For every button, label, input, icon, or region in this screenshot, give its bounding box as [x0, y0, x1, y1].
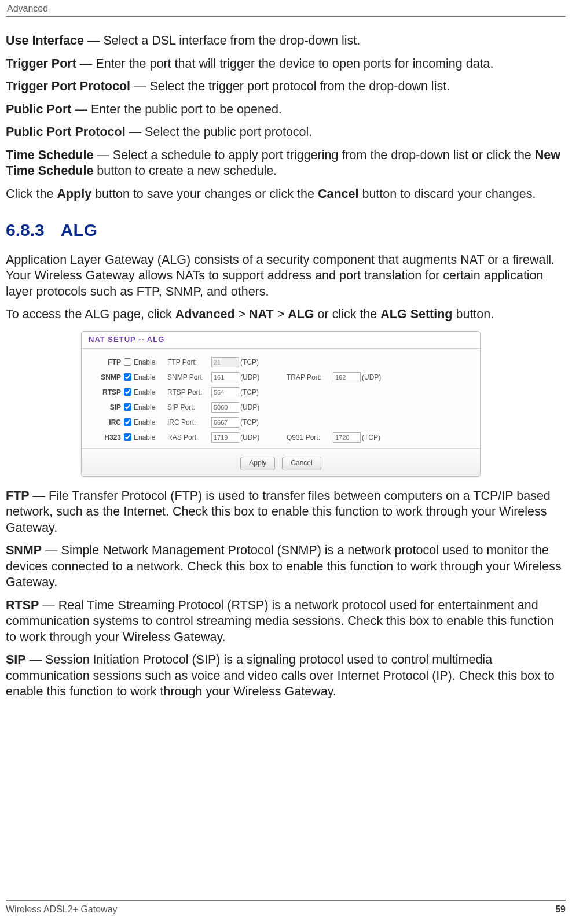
snmp-label: SNMP: [89, 373, 121, 382]
alg-row-snmp: SNMP Enable SNMP Port: (UDP) TRAP Port: …: [89, 370, 473, 385]
footer-page-number: 59: [555, 904, 566, 915]
alg-panel: NAT SETUP -- ALG FTP Enable FTP Port: (T…: [81, 331, 481, 477]
def-public-port-protocol: Public Port Protocol — Select the public…: [6, 124, 566, 141]
irc-proto: (TCP): [240, 418, 274, 427]
h323-checkbox[interactable]: [124, 433, 131, 441]
trap-port-input[interactable]: [333, 372, 361, 382]
q931-proto: (TCP): [362, 433, 391, 442]
def-public-port: Public Port — Enter the public port to b…: [6, 102, 566, 118]
desc-sip: SIP — Session Initiation Protocol (SIP) …: [6, 652, 566, 700]
def-use-interface: Use Interface — Select a DSL interface f…: [6, 33, 566, 49]
desc-snmp: SNMP — Simple Network Management Protoco…: [6, 543, 566, 591]
header-rule: [6, 16, 566, 17]
sip-checkbox[interactable]: [124, 403, 131, 411]
apply-cancel-note: Click the Apply button to save your chan…: [6, 186, 566, 203]
body-content: Use Interface — Select a DSL interface f…: [6, 33, 566, 700]
footer-product: Wireless ADSL2+ Gateway: [6, 904, 118, 915]
irc-checkbox[interactable]: [124, 418, 131, 426]
def-trigger-port-protocol: Trigger Port Protocol — Select the trigg…: [6, 79, 566, 95]
trap-proto: (UDP): [362, 373, 391, 382]
rtsp-proto: (TCP): [240, 388, 274, 397]
ftp-checkbox[interactable]: [124, 358, 131, 366]
alg-row-sip: SIP Enable SIP Port: (UDP): [89, 400, 473, 415]
panel-footer: Apply Cancel: [82, 448, 480, 476]
alg-row-h323: H323 Enable RAS Port: (UDP) Q931 Port: (…: [89, 430, 473, 445]
alg-screenshot: NAT SETUP -- ALG FTP Enable FTP Port: (T…: [81, 331, 481, 477]
alg-intro: Application Layer Gateway (ALG) consists…: [6, 252, 566, 300]
page-footer: Wireless ADSL2+ Gateway 59: [6, 900, 566, 915]
page-header: Advanced: [6, 3, 566, 14]
trap-port-label: TRAP Port:: [274, 373, 333, 382]
q931-port-label: Q931 Port:: [274, 433, 333, 442]
rtsp-label: RTSP: [89, 388, 121, 397]
alg-row-ftp: FTP Enable FTP Port: (TCP): [89, 355, 473, 370]
def-trigger-port: Trigger Port — Enter the port that will …: [6, 56, 566, 72]
sip-proto: (UDP): [240, 403, 274, 412]
footer-rule: [6, 900, 566, 901]
panel-body: FTP Enable FTP Port: (TCP) SNMP Enable S…: [82, 349, 480, 448]
irc-port-label: IRC Port:: [167, 418, 211, 427]
ftp-proto: (TCP): [240, 358, 274, 367]
snmp-checkbox[interactable]: [124, 373, 131, 381]
alg-row-irc: IRC Enable IRC Port: (TCP): [89, 415, 473, 430]
snmp-port-input[interactable]: [211, 372, 239, 382]
rtsp-checkbox[interactable]: [124, 388, 131, 396]
sip-port-label: SIP Port:: [167, 403, 211, 412]
enable-text: Enable: [134, 358, 167, 367]
rtsp-port-input[interactable]: [211, 387, 239, 397]
ras-port-input[interactable]: [211, 432, 239, 443]
sip-port-input[interactable]: [211, 402, 239, 413]
ras-port-label: RAS Port:: [167, 433, 211, 442]
cancel-button[interactable]: Cancel: [282, 457, 321, 470]
desc-ftp: FTP — File Transfer Protocol (FTP) is us…: [6, 488, 566, 536]
irc-label: IRC: [89, 418, 121, 427]
section-title: ALG: [61, 220, 97, 240]
snmp-proto: (UDP): [240, 373, 274, 382]
panel-title: NAT SETUP -- ALG: [82, 332, 480, 349]
q931-port-input[interactable]: [333, 432, 361, 443]
section-number: 6.8.3: [6, 220, 45, 240]
section-heading: 6.8.3ALG: [6, 219, 566, 241]
ftp-port-label: FTP Port:: [167, 358, 211, 367]
apply-button[interactable]: Apply: [240, 457, 275, 470]
def-time-schedule: Time Schedule — Select a schedule to app…: [6, 148, 566, 179]
sip-label: SIP: [89, 403, 121, 412]
ftp-port-input[interactable]: [211, 357, 239, 367]
irc-port-input[interactable]: [211, 417, 239, 428]
ras-proto: (UDP): [240, 433, 274, 442]
h323-label: H323: [89, 433, 121, 442]
desc-rtsp: RTSP — Real Time Streaming Protocol (RTS…: [6, 598, 566, 646]
rtsp-port-label: RTSP Port:: [167, 388, 211, 397]
alg-row-rtsp: RTSP Enable RTSP Port: (TCP): [89, 385, 473, 400]
alg-access: To access the ALG page, click Advanced >…: [6, 307, 566, 323]
snmp-port-label: SNMP Port:: [167, 373, 211, 382]
ftp-label: FTP: [89, 358, 121, 367]
